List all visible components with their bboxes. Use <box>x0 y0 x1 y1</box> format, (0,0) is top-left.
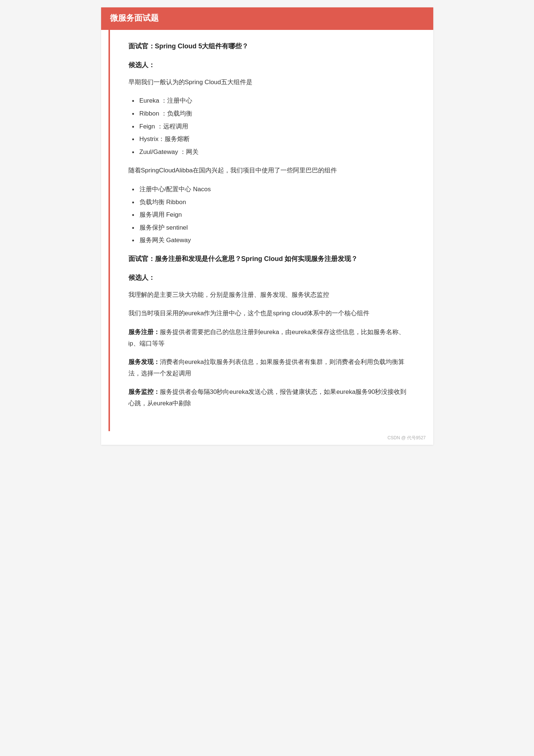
list-item: 负载均衡 Ribbon <box>132 197 407 208</box>
service-discovery-text: 服务发现：消费者向eureka拉取服务列表信息，如果服务提供者有集群，则消费者会… <box>128 357 407 379</box>
header-banner: 微服务面试题 <box>101 7 433 29</box>
bullet-list-2-section: 注册中心/配置中心 Nacos 负载均衡 Ribbon 服务调用 Feign 服… <box>128 184 407 246</box>
list-item: 服务调用 Feign <box>132 209 407 221</box>
list-item: Ribbon ：负载均衡 <box>132 108 407 120</box>
intro-paragraph: 早期我们一般认为的Spring Cloud五大组件是 <box>128 77 407 88</box>
interviewer-label-2: 面试官：服务注册和发现是什么意思？Spring Cloud 如何实现服务注册发现… <box>128 254 407 264</box>
service-registration-section: 服务注册：服务提供者需要把自己的信息注册到eureka，由eureka来保存这些… <box>128 327 407 349</box>
interviewer-question-2: 服务注册和发现是什么意思？Spring Cloud 如何实现服务注册发现？ <box>155 255 358 262</box>
alibaba-intro-text: 随着SpringCloudAlibba在国内兴起，我们项目中使用了一些阿里巴巴的… <box>128 165 407 176</box>
candidate-label-2: 候选人： <box>128 273 407 282</box>
service-discovery-rest: 消费者向eureka拉取服务列表信息，如果服务提供者有集群，则消费者会利用负载均… <box>128 358 405 377</box>
list-item: Eureka ：注册中心 <box>132 95 407 107</box>
bullet-list-2: 注册中心/配置中心 Nacos 负载均衡 Ribbon 服务调用 Feign 服… <box>132 184 407 246</box>
list-item: 服务保护 sentinel <box>132 222 407 234</box>
interviewer-prefix-1: 面试官： <box>128 42 155 50</box>
list-item: Feign ：远程调用 <box>132 121 407 133</box>
service-monitoring-text: 服务监控：服务提供者会每隔30秒向eureka发送心跳，报告健康状态，如果eur… <box>128 386 407 409</box>
list-item: 注册中心/配置中心 Nacos <box>132 184 407 195</box>
question-2-interviewer: 面试官：服务注册和发现是什么意思？Spring Cloud 如何实现服务注册发现… <box>128 254 407 264</box>
candidate-label-section-2: 候选人： <box>128 273 407 282</box>
question-1-interviewer: 面试官：Spring Cloud 5大组件有哪些？ <box>128 41 407 52</box>
list-item: Hystrix：服务熔断 <box>132 134 407 145</box>
three-functions-section: 我理解的是主要三块大功能，分别是服务注册、服务发现、服务状态监控 <box>128 289 407 301</box>
service-monitoring-section: 服务监控：服务提供者会每隔30秒向eureka发送心跳，报告健康状态，如果eur… <box>128 386 407 409</box>
bullet-list-1: Eureka ：注册中心 Ribbon ：负载均衡 Feign ：远程调用 Hy… <box>132 95 407 158</box>
interviewer-label-1: 面试官：Spring Cloud 5大组件有哪些？ <box>128 41 407 52</box>
service-monitoring-rest: 服务提供者会每隔30秒向eureka发送心跳，报告健康状态，如果eureka服务… <box>128 388 407 407</box>
eureka-intro-section: 我们当时项目采用的eureka作为注册中心，这个也是spring cloud体系… <box>128 308 407 319</box>
service-registration-text: 服务注册：服务提供者需要把自己的信息注册到eureka，由eureka来保存这些… <box>128 327 407 349</box>
three-functions-text: 我理解的是主要三块大功能，分别是服务注册、服务发现、服务状态监控 <box>128 289 407 301</box>
bullet-list-1-section: Eureka ：注册中心 Ribbon ：负载均衡 Feign ：远程调用 Hy… <box>128 95 407 158</box>
alibaba-intro-section: 随着SpringCloudAlibba在国内兴起，我们项目中使用了一些阿里巴巴的… <box>128 165 407 176</box>
list-item: Zuul/Gateway ：网关 <box>132 147 407 158</box>
candidate-label-1: 候选人： <box>128 61 407 69</box>
service-discovery-bold: 服务发现： <box>128 358 160 365</box>
footer-note: CSDN @ 代号9527 <box>101 431 433 445</box>
page-container: 微服务面试题 面试官：Spring Cloud 5大组件有哪些？ 候选人： 早期… <box>101 7 433 445</box>
footer-text: CSDN @ 代号9527 <box>387 435 426 440</box>
list-item: 服务网关 Gateway <box>132 235 407 246</box>
service-registration-rest: 服务提供者需要把自己的信息注册到eureka，由eureka来保存这些信息，比如… <box>128 329 405 347</box>
service-registration-bold: 服务注册： <box>128 329 160 336</box>
candidate-label-section-1: 候选人： <box>128 61 407 69</box>
service-monitoring-bold: 服务监控： <box>128 388 160 395</box>
service-discovery-section: 服务发现：消费者向eureka拉取服务列表信息，如果服务提供者有集群，则消费者会… <box>128 357 407 379</box>
interviewer-question-1: Spring Cloud 5大组件有哪些？ <box>155 42 249 50</box>
intro-text: 早期我们一般认为的Spring Cloud五大组件是 <box>128 77 407 88</box>
eureka-intro-text: 我们当时项目采用的eureka作为注册中心，这个也是spring cloud体系… <box>128 308 407 319</box>
content-area: 面试官：Spring Cloud 5大组件有哪些？ 候选人： 早期我们一般认为的… <box>108 30 426 431</box>
header-title: 微服务面试题 <box>110 13 159 23</box>
interviewer-prefix-2: 面试官： <box>128 255 155 262</box>
